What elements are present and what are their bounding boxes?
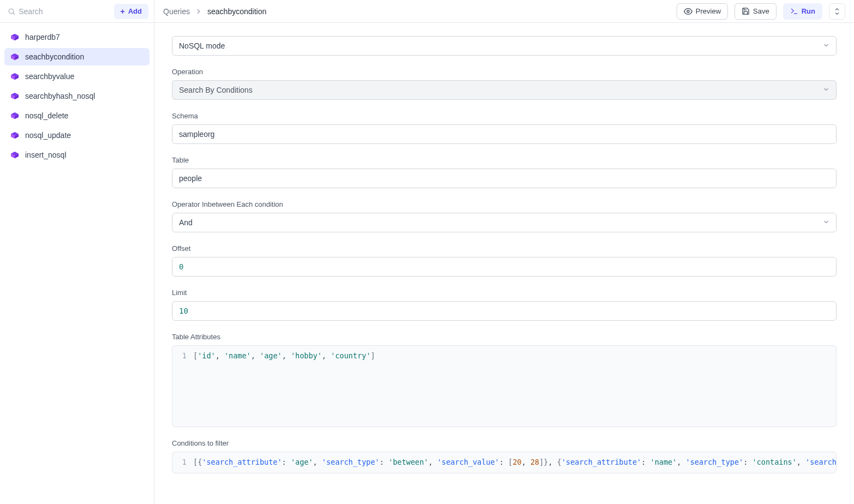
chevrons-icon <box>834 8 840 15</box>
schema-input[interactable]: sampleorg <box>172 124 837 144</box>
preview-button[interactable]: Preview <box>677 3 728 20</box>
datasource-icon <box>10 53 20 61</box>
table-label: Table <box>172 156 837 164</box>
datasource-icon <box>10 73 20 80</box>
sidebar-item-label: searchbyvalue <box>25 72 74 81</box>
sidebar-item-label: nosql_update <box>25 131 71 140</box>
offset-field: Offset 0 <box>172 244 837 277</box>
offset-value: 0 <box>179 262 183 271</box>
search-icon <box>8 7 15 16</box>
svg-point-0 <box>9 9 13 13</box>
svg-point-23 <box>687 10 689 13</box>
eye-icon <box>684 7 692 16</box>
operation-label: Operation <box>172 68 837 76</box>
datasource-icon <box>10 92 20 100</box>
table-attributes-label: Table Attributes <box>172 333 837 341</box>
operation-select[interactable]: Search By Conditions <box>172 80 837 100</box>
sidebar-item-insert_nosql[interactable]: insert_nosql <box>4 146 150 164</box>
conditions-field: Conditions to filter 1 [{'search_attribu… <box>172 439 837 473</box>
datasource-icon <box>10 131 20 139</box>
sidebar-item-label: harperdb7 <box>25 33 60 41</box>
chevron-down-icon <box>823 86 829 94</box>
datasource-icon <box>10 112 20 119</box>
schema-label: Schema <box>172 112 837 120</box>
operator-value: And <box>179 218 193 227</box>
operator-field: Operator Inbetween Each condition And <box>172 200 837 232</box>
limit-label: Limit <box>172 289 837 297</box>
search-input[interactable] <box>19 7 107 16</box>
search-wrap[interactable] <box>5 5 110 18</box>
sidebar-item-searchbyhash_nosql[interactable]: searchbyhash_nosql <box>4 87 150 105</box>
breadcrumb-sep-icon <box>196 7 201 16</box>
offset-input[interactable]: 0 <box>172 257 837 277</box>
mode-field: NoSQL mode <box>172 36 837 56</box>
limit-input[interactable]: 10 <box>172 301 837 321</box>
sidebar-item-searchbyvalue[interactable]: searchbyvalue <box>4 68 150 85</box>
breadcrumb: Queries seachbycondition <box>163 7 266 16</box>
form: NoSQL mode Operation Search By Condition… <box>172 36 837 473</box>
schema-field: Schema sampleorg <box>172 112 837 144</box>
limit-field: Limit 10 <box>172 289 837 321</box>
conditions-label: Conditions to filter <box>172 439 837 447</box>
sidebar: + Add harperdb7seachbyconditionsearchbyv… <box>0 0 154 504</box>
run-label: Run <box>802 7 815 15</box>
code-content: ['id', 'name', 'age', 'hobby', 'country'… <box>193 350 381 362</box>
sidebar-item-label: insert_nosql <box>25 151 67 159</box>
table-input[interactable]: people <box>172 169 837 188</box>
run-button[interactable]: Run <box>783 3 822 20</box>
add-button[interactable]: + Add <box>114 4 148 19</box>
main: Queries seachbycondition Preview Save Ru… <box>154 0 854 504</box>
svg-line-1 <box>13 13 15 14</box>
sidebar-list: harperdb7seachbyconditionsearchbyvaluese… <box>0 23 154 169</box>
conditions-editor[interactable]: 1 [{'search_attribute': 'age', 'search_t… <box>172 452 837 473</box>
run-icon <box>790 7 798 15</box>
operation-value: Search By Conditions <box>179 86 253 94</box>
table-attributes-field: Table Attributes 1 ['id', 'name', 'age',… <box>172 333 837 427</box>
chevron-down-icon <box>823 218 829 227</box>
operator-label: Operator Inbetween Each condition <box>172 200 837 208</box>
operator-select[interactable]: And <box>172 213 837 232</box>
schema-value: sampleorg <box>179 130 214 139</box>
limit-value: 10 <box>179 307 188 315</box>
sidebar-item-label: seachbycondition <box>25 52 84 61</box>
mode-select[interactable]: NoSQL mode <box>172 36 837 56</box>
topbar: Queries seachbycondition Preview Save Ru… <box>154 0 854 23</box>
table-field: Table people <box>172 156 837 188</box>
collapse-toggle-button[interactable] <box>829 3 845 20</box>
preview-label: Preview <box>696 7 721 15</box>
add-button-label: Add <box>128 7 142 15</box>
content: NoSQL mode Operation Search By Condition… <box>154 23 854 504</box>
table-value: people <box>179 174 202 183</box>
datasource-icon <box>10 33 20 41</box>
sidebar-item-label: searchbyhash_nosql <box>25 92 95 100</box>
sidebar-item-seachbycondition[interactable]: seachbycondition <box>4 48 150 65</box>
save-button[interactable]: Save <box>734 3 777 20</box>
breadcrumb-root[interactable]: Queries <box>163 7 190 16</box>
sidebar-item-nosql_update[interactable]: nosql_update <box>4 127 150 144</box>
sidebar-item-harperdb7[interactable]: harperdb7 <box>4 28 150 46</box>
plus-icon: + <box>121 8 125 15</box>
sidebar-item-label: nosql_delete <box>25 111 68 120</box>
chevron-down-icon <box>823 41 829 50</box>
code-gutter: 1 <box>172 350 193 362</box>
save-label: Save <box>753 7 769 15</box>
save-icon <box>742 7 750 15</box>
breadcrumb-current: seachbycondition <box>207 7 266 16</box>
code-gutter: 1 <box>172 457 193 469</box>
offset-label: Offset <box>172 244 837 253</box>
datasource-icon <box>10 151 20 159</box>
sidebar-item-nosql_delete[interactable]: nosql_delete <box>4 107 150 124</box>
code-content: [{'search_attribute': 'age', 'search_typ… <box>193 457 836 469</box>
table-attributes-editor[interactable]: 1 ['id', 'name', 'age', 'hobby', 'countr… <box>172 345 837 427</box>
operation-field: Operation Search By Conditions <box>172 68 837 100</box>
sidebar-top: + Add <box>0 0 154 23</box>
mode-value: NoSQL mode <box>179 41 225 50</box>
